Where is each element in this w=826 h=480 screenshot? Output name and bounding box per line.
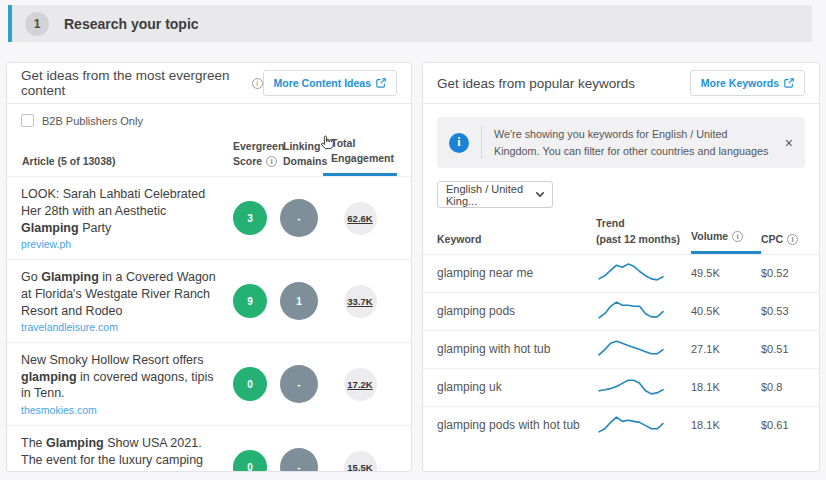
keyword-volume: 18.1K (691, 419, 761, 431)
article-domain-link[interactable]: travelandleisure.com (21, 321, 221, 333)
article-title[interactable]: New Smoky Hollow Resort offers glamping … (21, 352, 221, 402)
language-select-value: English / United King... (446, 183, 536, 207)
trend-sparkline (596, 334, 691, 364)
column-header-evergreen-score[interactable]: Evergreen Score (225, 139, 275, 176)
keyword-text: glamping near me (437, 266, 596, 280)
language-select[interactable]: English / United King... (437, 181, 553, 208)
article-row: LOOK: Sarah Lahbati Celebrated Her 28th … (7, 176, 411, 259)
keyword-cpc: $0.52 (761, 267, 805, 279)
trend-sparkline (596, 372, 691, 402)
chevron-down-icon (536, 191, 544, 198)
keyword-cpc: $0.51 (761, 343, 805, 355)
keyword-text: glamping pods (437, 304, 596, 318)
close-icon[interactable]: × (785, 136, 793, 150)
keyword-volume: 40.5K (691, 305, 761, 317)
keyword-volume: 27.1K (691, 343, 761, 355)
total-engagement-badge[interactable]: 15.5K (344, 451, 377, 473)
keyword-cpc: $0.53 (761, 305, 805, 317)
banner-divider (481, 126, 482, 159)
column-header-total-engagement[interactable]: Total Engagement (323, 136, 397, 176)
article-title[interactable]: The Glamping Show USA 2021. The event fo… (21, 435, 221, 472)
language-info-banner: i We're showing you keywords for English… (437, 117, 805, 168)
total-engagement-badge[interactable]: 62.6K (344, 202, 377, 235)
evergreen-content-card: Get ideas from the most evergreen conten… (6, 62, 412, 472)
info-icon[interactable] (252, 78, 263, 89)
keywords-card-header: Get ideas from popular keywords More Key… (423, 63, 819, 104)
article-domain-link[interactable]: preview.ph (21, 238, 221, 250)
keyword-cpc: $0.61 (761, 419, 805, 431)
total-engagement-badge[interactable]: 33.7K (344, 285, 377, 318)
keywords-card-title: Get ideas from popular keywords (437, 76, 635, 91)
b2b-filter-row: B2B Publishers Only (7, 104, 411, 130)
info-circle-icon: i (449, 133, 469, 153)
b2b-publishers-label: B2B Publishers Only (42, 115, 143, 127)
evergreen-score-badge: 0 (233, 367, 267, 401)
trend-sparkline (596, 258, 691, 288)
step-title: Research your topic (64, 16, 199, 32)
evergreen-card-header: Get ideas from the most evergreen conten… (7, 63, 411, 104)
evergreen-score-badge: 9 (233, 284, 267, 318)
popular-keywords-card: Get ideas from popular keywords More Key… (422, 62, 820, 472)
keyword-row[interactable]: glamping near me 49.5K $0.52 (423, 254, 819, 292)
linking-domains-badge: 1 (280, 282, 318, 320)
info-icon[interactable] (787, 234, 798, 245)
external-link-icon (376, 78, 386, 88)
keyword-row[interactable]: glamping pods with hot tub 18.1K $0.61 (423, 406, 819, 444)
linking-domains-badge: - (280, 199, 318, 237)
article-row: The Glamping Show USA 2021. The event fo… (7, 425, 411, 472)
article-row: New Smoky Hollow Resort offers glamping … (7, 342, 411, 425)
external-link-icon (784, 78, 794, 88)
article-title[interactable]: LOOK: Sarah Lahbati Celebrated Her 28th … (21, 186, 221, 236)
column-header-trend: Trend (past 12 months) (596, 216, 691, 253)
keyword-row[interactable]: glamping with hot tub 27.1K $0.51 (423, 330, 819, 368)
evergreen-score-badge: 0 (233, 450, 267, 472)
linking-domains-badge: - (280, 365, 318, 403)
trend-sparkline (596, 410, 691, 440)
more-keywords-label: More Keywords (701, 77, 779, 89)
column-header-volume[interactable]: Volume (691, 229, 761, 254)
more-content-ideas-button[interactable]: More Content Ideas (263, 70, 397, 96)
article-row: Go Glamping in a Covered Wagon at Florid… (7, 259, 411, 342)
more-content-ideas-label: More Content Ideas (274, 77, 371, 89)
total-engagement-badge[interactable]: 17.2K (344, 368, 377, 401)
evergreen-card-title: Get ideas from the most evergreen conten… (21, 68, 248, 98)
keyword-list: glamping near me 49.5K $0.52 glamping po… (423, 254, 819, 444)
keywords-table-header: Keyword Trend (past 12 months) Volume CP… (423, 208, 819, 253)
step-banner: 1 Research your topic (8, 5, 812, 42)
column-header-cpc[interactable]: CPC (761, 232, 805, 254)
column-header-linking-domains[interactable]: Linking Domains (275, 139, 323, 176)
evergreen-score-badge: 3 (233, 201, 267, 235)
main-content: Get ideas from the most evergreen conten… (6, 62, 820, 472)
keyword-volume: 18.1K (691, 381, 761, 393)
article-domain-link[interactable]: thesmokies.com (21, 404, 221, 416)
evergreen-table-header: Article (5 of 13038) Evergreen Score Lin… (7, 130, 411, 176)
linking-domains-badge: - (280, 448, 318, 472)
keyword-text: glamping pods with hot tub (437, 418, 596, 432)
info-icon[interactable] (732, 231, 743, 242)
keyword-row[interactable]: glamping uk 18.1K $0.8 (423, 368, 819, 406)
article-list: LOOK: Sarah Lahbati Celebrated Her 28th … (7, 176, 411, 472)
trend-sparkline (596, 296, 691, 326)
b2b-publishers-checkbox[interactable] (21, 114, 34, 127)
keyword-row[interactable]: glamping pods 40.5K $0.53 (423, 292, 819, 330)
step-number-badge: 1 (25, 12, 49, 36)
keyword-volume: 49.5K (691, 267, 761, 279)
banner-text: We're showing you keywords for English /… (494, 126, 775, 159)
column-header-article: Article (5 of 13038) (21, 155, 225, 176)
keyword-text: glamping with hot tub (437, 342, 596, 356)
keyword-cpc: $0.8 (761, 381, 805, 393)
more-keywords-button[interactable]: More Keywords (690, 70, 805, 96)
column-header-keyword[interactable]: Keyword (437, 232, 596, 254)
article-title[interactable]: Go Glamping in a Covered Wagon at Florid… (21, 269, 221, 319)
keyword-text: glamping uk (437, 380, 596, 394)
